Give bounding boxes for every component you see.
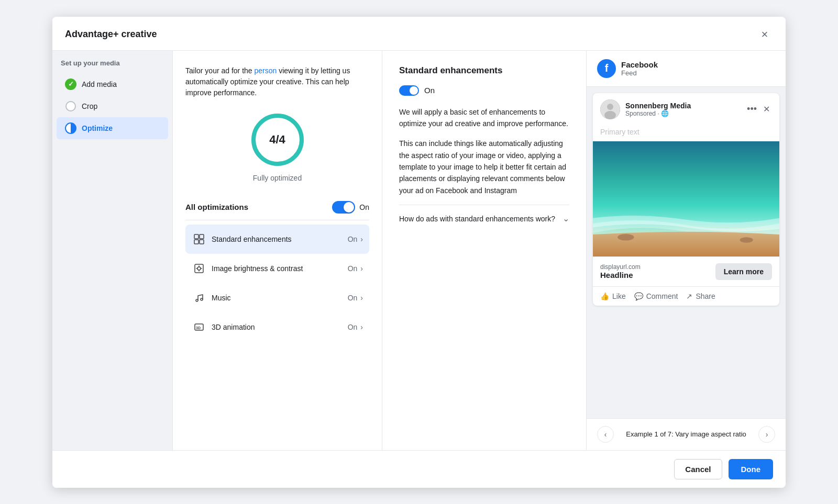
standard-enhancements-status: On — [348, 235, 358, 243]
progress-circle: 4/4 — [249, 111, 306, 169]
sidebar-item-crop[interactable]: Crop — [57, 95, 168, 117]
example-nav-label: Example 1 of 7: Vary image aspect ratio — [626, 430, 746, 438]
half-circle-icon — [65, 122, 76, 134]
music-label: Music — [212, 294, 348, 302]
svg-point-16 — [618, 234, 634, 241]
comment-button[interactable]: 💬 Comment — [634, 292, 678, 300]
all-optimizations-label: All optimizations — [185, 203, 248, 211]
enhancements-body-text-2: This can include things like automatical… — [399, 138, 569, 196]
svg-rect-2 — [194, 234, 199, 239]
like-button[interactable]: 👍 Like — [600, 292, 626, 300]
example-next-button[interactable]: › — [758, 426, 775, 443]
learn-more-button[interactable]: Learn more — [715, 263, 772, 280]
option-standard-enhancements[interactable]: Standard enhancements On › — [185, 225, 369, 254]
svg-point-8 — [196, 299, 198, 301]
std-toggle-label: On — [424, 86, 435, 95]
main-content: Tailor your ad for the person viewing it… — [173, 51, 786, 450]
example-prev-button[interactable]: ‹ — [597, 426, 614, 443]
platform-name: Facebook — [621, 60, 658, 69]
ad-more-options-button[interactable]: ••• — [745, 102, 759, 117]
modal-body: Set up your media Add media Crop — [52, 51, 786, 450]
middle-panel: Standard enhancements On We will apply a… — [382, 51, 587, 450]
fully-optimized-label: Fully optimized — [253, 174, 302, 182]
cancel-button[interactable]: Cancel — [674, 459, 722, 479]
std-toggle-row: On — [399, 85, 569, 96]
modal-close-button[interactable]: × — [756, 26, 773, 43]
all-optimizations-status: On — [359, 203, 369, 211]
svg-rect-5 — [200, 240, 204, 244]
sponsored-text: Sponsored · 🌐 — [625, 110, 669, 117]
comment-icon: 💬 — [634, 292, 643, 300]
sidebar-item-add-media[interactable]: Add media — [57, 73, 168, 95]
person-link[interactable]: person — [255, 66, 277, 75]
svg-point-7 — [197, 267, 201, 270]
like-icon: 👍 — [600, 292, 609, 300]
enhancements-title: Standard enhancements — [399, 65, 569, 76]
standard-enhancements-toggle[interactable] — [399, 85, 419, 96]
ad-display-url: displayurl.com — [600, 263, 641, 271]
description-text: Tailor your ad for the person viewing it… — [185, 65, 369, 98]
3d-animation-label: 3D animation — [212, 323, 348, 331]
share-icon: ↗ — [686, 292, 692, 300]
ad-card: Sonnenberg Media Sponsored · 🌐 ••• ✕ Pri… — [593, 93, 779, 306]
option-music[interactable]: Music On › — [185, 283, 369, 312]
ad-preview-container: Sonnenberg Media Sponsored · 🌐 ••• ✕ Pri… — [587, 87, 786, 418]
sidebar: Set up your media Add media Crop — [52, 51, 173, 450]
all-optimizations-toggle-group: On — [332, 201, 369, 214]
right-panel: f Facebook Feed — [587, 51, 786, 450]
svg-point-9 — [201, 298, 203, 300]
options-list: Standard enhancements On › — [185, 225, 369, 342]
faq-row[interactable]: How do ads with standard enhancements wo… — [399, 205, 569, 232]
svg-rect-4 — [194, 240, 199, 244]
placement-label: Feed — [621, 69, 658, 77]
share-button[interactable]: ↗ Share — [686, 292, 715, 300]
all-optimizations-toggle[interactable] — [332, 201, 355, 214]
modal-footer: Cancel Done — [52, 450, 786, 488]
3d-chevron: › — [360, 323, 363, 331]
faq-chevron-icon: ⌄ — [563, 214, 569, 223]
progress-circle-container: 4/4 Fully optimized — [185, 111, 369, 182]
ad-card-header: Sonnenberg Media Sponsored · 🌐 ••• ✕ — [593, 93, 779, 126]
standard-enhancements-chevron: › — [360, 235, 363, 243]
sidebar-crop-label: Crop — [82, 102, 97, 110]
brightness-contrast-label: Image brightness & contrast — [212, 264, 348, 273]
ad-brand-info: Sonnenberg Media Sponsored · 🌐 — [625, 102, 740, 117]
facebook-icon: f — [597, 59, 616, 78]
radio-circle-icon — [65, 100, 76, 112]
brightness-status: On — [348, 264, 358, 273]
left-panel: Tailor your ad for the person viewing it… — [173, 51, 382, 450]
standard-enhancements-label: Standard enhancements — [212, 235, 348, 243]
option-brightness-contrast[interactable]: Image brightness & contrast On › — [185, 254, 369, 283]
brightness-chevron: › — [360, 264, 363, 273]
like-label: Like — [612, 292, 626, 300]
3d-animation-icon: 3D — [192, 320, 206, 334]
svg-text:3D: 3D — [196, 326, 201, 330]
ad-image — [593, 141, 779, 256]
music-status: On — [348, 294, 358, 302]
option-3d-animation[interactable]: 3D 3D animation On › — [185, 312, 369, 342]
preview-header: f Facebook Feed — [587, 51, 786, 87]
brightness-icon — [192, 261, 206, 276]
sidebar-title: Set up your media — [52, 59, 172, 73]
music-chevron: › — [360, 294, 363, 302]
comment-label: Comment — [646, 292, 678, 300]
svg-point-13 — [607, 104, 613, 110]
ad-primary-text-placeholder: Primary text — [593, 126, 779, 141]
share-label: Share — [696, 292, 715, 300]
done-button[interactable]: Done — [729, 459, 774, 479]
modal: Advantage+ creative × Set up your media … — [52, 17, 786, 488]
svg-rect-3 — [200, 234, 204, 239]
ad-reactions-row: 👍 Like 💬 Comment ↗ Share — [593, 286, 779, 306]
ad-brand-avatar — [600, 99, 620, 119]
sidebar-item-label: Add media — [82, 80, 117, 88]
svg-point-17 — [740, 237, 753, 242]
modal-header: Advantage+ creative × — [52, 17, 786, 51]
3d-status: On — [348, 323, 358, 331]
ad-headline: Headline — [600, 271, 641, 279]
ad-dismiss-button[interactable]: ✕ — [761, 102, 772, 117]
sidebar-item-optimize[interactable]: Optimize — [57, 117, 168, 139]
example-nav: ‹ Example 1 of 7: Vary image aspect rati… — [587, 418, 786, 450]
music-icon — [192, 290, 206, 305]
preview-platform-info: Facebook Feed — [621, 60, 658, 77]
progress-fraction: 4/4 — [269, 133, 285, 147]
